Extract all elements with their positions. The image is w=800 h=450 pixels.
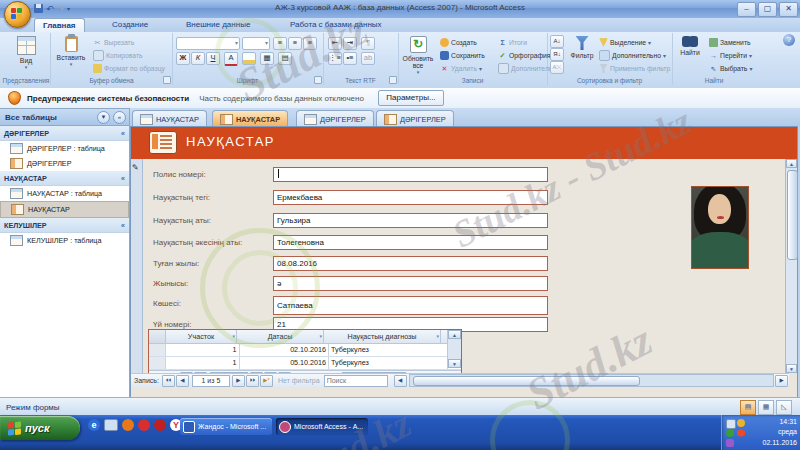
horizontal-scroll-thumb[interactable] [413,376,640,386]
tab-external-data[interactable]: Внешние данные [178,18,258,32]
align-right-button[interactable]: ≡ [303,37,317,50]
scroll-down-icon[interactable]: ▼ [448,359,461,368]
launcher-red-icon[interactable] [138,419,150,431]
bold-button[interactable]: Ж [176,52,190,65]
table-row[interactable]: 1 05.10.2016 Туберкулез [149,357,461,370]
row-selector[interactable] [149,344,166,356]
new-record-button[interactable]: ▶* [260,375,273,387]
field-input-patronymic[interactable] [273,235,548,250]
sidebar-item-doctors-form[interactable]: ДӘРІГЕРЛЕР [0,156,129,171]
sidebar-item-patients-form[interactable]: НАУҚАСТАР [0,201,129,218]
column-header-date[interactable]: Датасы [237,330,324,343]
view-button[interactable]: Вид ▾ [8,35,44,71]
record-selector-bar[interactable]: ✎ [131,159,143,386]
clear-sort-button[interactable]: А⤬ [550,61,564,74]
form-vertical-scrollbar[interactable]: ▲ ▼ [785,159,797,373]
sidebar-group-visitors[interactable]: КЕЛУШІЛЕР « [0,218,129,233]
layout-view-button[interactable]: ◺ [776,400,792,415]
internet-explorer-icon[interactable]: e [88,419,100,431]
filter-button[interactable]: Фильтр [567,35,597,59]
launcher-red2-icon[interactable] [154,419,166,431]
field-input-policy[interactable] [273,167,548,182]
datasheet-view-button[interactable]: ▦ [758,400,774,415]
scroll-up-icon[interactable]: ▲ [448,330,461,339]
column-header-diagnosis[interactable]: Науқастың диагнозы [324,330,441,343]
field-input-birth-year[interactable] [273,256,548,271]
field-input-street[interactable] [273,296,548,315]
sort-asc-button[interactable]: А↓ [550,35,564,48]
doc-tab-patients-form[interactable]: НАУҚАСТАР [212,110,288,127]
field-input-gender[interactable] [273,276,548,291]
volume-icon[interactable] [737,419,745,427]
cell-diagnosis[interactable]: Туберкулез [329,344,448,356]
close-button[interactable]: ✕ [779,2,798,17]
font-name-combo[interactable] [176,37,240,50]
selection-button[interactable]: Выделение ▾ [599,36,651,49]
tab-create[interactable]: Создание [104,18,156,32]
advanced-filter-button[interactable]: Дополнительно ▾ [599,49,666,62]
minimize-button[interactable]: – [737,2,756,17]
field-input-surname[interactable] [273,190,548,205]
format-painter-button[interactable]: Формат по образцу [93,62,165,75]
refresh-all-button[interactable]: ↻ Обновить все ▾ [399,35,437,76]
paste-button[interactable]: Вставить ▾ [53,35,89,68]
bullet-list-button[interactable]: •≡ [343,52,357,65]
gridlines-button[interactable]: ▦ [260,52,274,65]
filter-status[interactable]: Нет фильтра [278,377,320,384]
undo-icon[interactable]: ↶ [46,4,54,14]
tab-home[interactable]: Главная [34,18,85,33]
scroll-up-icon[interactable]: ▲ [786,159,797,168]
next-record-button[interactable]: ▶ [232,375,245,387]
vertical-scroll-thumb[interactable] [787,170,798,260]
row-selector[interactable] [149,357,166,369]
start-button[interactable]: пуск [0,416,80,440]
cell-date[interactable]: 05.10.2016 [240,357,330,369]
security-options-button[interactable]: Параметры... [378,90,444,106]
decrease-indent-button[interactable]: ⇤ [328,37,342,50]
nav-pane-collapse-icon[interactable]: « [113,111,126,124]
launcher-orange-icon[interactable] [122,419,134,431]
subform-vertical-scrollbar[interactable]: ▲ ▼ [447,330,461,368]
sort-desc-button[interactable]: Я↓ [550,48,564,61]
form-view-button[interactable]: ▤ [740,400,756,415]
cell-uchastok[interactable]: 1 [166,344,240,356]
office-button[interactable] [4,1,31,28]
table-row[interactable]: 1 02.10.2016 Туберкулез [149,344,461,357]
navigation-pane-header[interactable]: Все таблицы ▼ « [0,109,129,126]
spelling-button[interactable]: ✓ Орфография [498,49,551,62]
show-desktop-icon[interactable] [104,419,118,431]
sidebar-item-patients-table[interactable]: НАУҚАСТАР : таблица [0,186,129,201]
font-size-combo[interactable] [242,37,270,50]
network-icon[interactable] [726,419,736,429]
field-input-name[interactable] [273,213,548,228]
horizontal-scrollbar[interactable] [409,374,774,387]
doc-tab-patients-table[interactable]: НАУҚАСТАР [132,110,207,127]
taskbar-window-word[interactable]: Жандос - Microsoft ... [180,418,272,435]
cell-diagnosis[interactable]: Туберкулез [329,357,448,369]
save-icon[interactable] [34,4,43,13]
replace-button[interactable]: Заменить [709,36,751,49]
fill-color-button[interactable] [242,52,256,65]
subform-corner-selector[interactable] [149,330,166,343]
qat-dropdown-icon[interactable]: ▾ [67,4,70,14]
prev-record-button[interactable]: ◀ [176,375,189,387]
cell-uchastok[interactable]: 1 [166,357,240,369]
doc-tab-doctors-table[interactable]: ДӘРІГЕРЛЕР [296,110,374,127]
cell-date[interactable]: 02.10.2016 [240,344,330,356]
increase-indent-button[interactable]: ⇥ [343,37,357,50]
sidebar-group-doctors[interactable]: ДӘРІГЕРЛЕР « [0,126,129,141]
sidebar-item-doctors-table[interactable]: ДӘРІГЕРЛЕР : таблица [0,141,129,156]
goto-button[interactable]: → Перейти ▾ [709,49,752,62]
copy-button[interactable]: Копировать [93,49,143,62]
save-record-button[interactable]: Сохранить [440,49,485,62]
toggle-filter-button[interactable]: Применить фильтр [599,62,670,75]
last-record-button[interactable]: ⏵⏵ [246,375,259,387]
new-record-button[interactable]: Создать [440,36,477,49]
cut-button[interactable]: ✂ Вырезать [93,36,134,49]
scroll-right-icon[interactable]: ▶ [775,375,788,387]
italic-button[interactable]: К [191,52,205,65]
align-left-button[interactable]: ≡ [273,37,287,50]
find-button[interactable]: Найти [674,35,706,56]
help-icon[interactable]: ? [783,34,795,46]
scroll-left-icon[interactable]: ◀ [394,375,407,387]
